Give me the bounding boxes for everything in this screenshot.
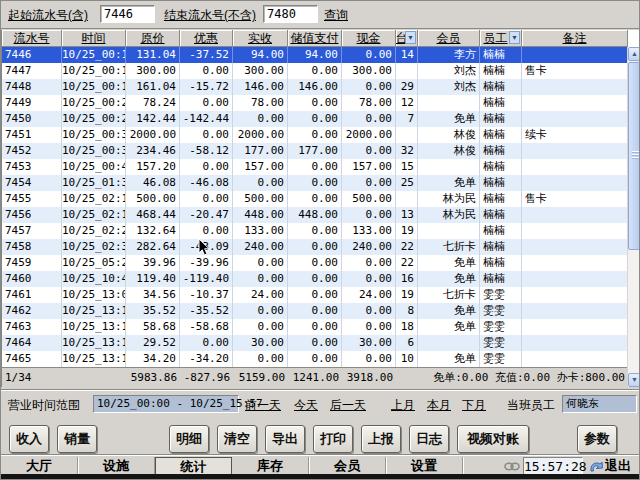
table-row[interactable]: 746310/25_13:1558.68-58.680.000.000.0018… xyxy=(2,319,628,335)
cell xyxy=(396,191,418,207)
action-button-8[interactable]: 日志 xyxy=(409,425,449,453)
cell: -20.47 xyxy=(180,207,233,223)
prev-day-link[interactable]: 前一天 xyxy=(245,397,281,414)
cell: 免单 xyxy=(418,175,480,191)
cell: 29 xyxy=(396,79,418,95)
this-month-link[interactable]: 本月 xyxy=(427,397,451,414)
cell: 16 xyxy=(396,271,418,287)
cell: 免单 xyxy=(418,255,480,271)
cell: 7465 xyxy=(2,351,62,367)
table-row[interactable]: 745610/25_02:15468.44-20.47448.00448.000… xyxy=(2,207,628,223)
column-header-5[interactable]: 实收 xyxy=(233,30,288,47)
cell: 0.00 xyxy=(288,335,342,351)
scrollbar-up-icon[interactable]: ▲ xyxy=(628,47,640,61)
action-button-10[interactable]: 参数 xyxy=(577,425,617,453)
action-button-3[interactable]: 明细 xyxy=(169,425,209,453)
cell: 94.00 xyxy=(233,47,288,63)
column-header-1[interactable]: 流水号 xyxy=(2,30,62,47)
cell: 刘杰 xyxy=(418,79,480,95)
cell: 500.00 xyxy=(233,191,288,207)
cell: 468.44 xyxy=(126,207,180,223)
table-row[interactable]: 744610/25_00:10131.04-37.5294.0094.000.0… xyxy=(2,47,628,63)
cell: 19 xyxy=(396,287,418,303)
column-header-3[interactable]: 原价 xyxy=(126,30,180,47)
cell: 免单 xyxy=(418,271,480,287)
cell xyxy=(522,143,628,159)
cell: -119.40 xyxy=(180,271,233,287)
cell: 0.00 xyxy=(288,255,342,271)
range-bar: 营业时间范围 10/25_00:00 - 10/25_15:57 前一天 今天 … xyxy=(1,393,640,417)
table-row[interactable]: 746510/25_13:1834.20-34.200.000.000.0010… xyxy=(2,351,628,367)
start-serial-label: 起始流水号(含) xyxy=(8,7,88,24)
action-button-2[interactable]: 销量 xyxy=(57,425,97,453)
column-header-7[interactable]: 现金 xyxy=(342,30,396,47)
exit-arrow-icon xyxy=(589,460,604,474)
next-month-link[interactable]: 下月 xyxy=(462,397,486,414)
summary-cash-total: 3918.00 xyxy=(342,368,396,387)
scrollbar-thumb[interactable] xyxy=(628,62,640,250)
table-row[interactable]: 745110/25_00:362000.000.002000.000.00200… xyxy=(2,127,628,143)
cell: 7456 xyxy=(2,207,62,223)
column-filter-dropdown-icon[interactable]: ▼ xyxy=(509,31,520,44)
table-row[interactable]: 744810/25_00:14161.04-15.72146.00146.000… xyxy=(2,79,628,95)
table-row[interactable]: 745010/25_00:27142.44-142.440.000.000.00… xyxy=(2,111,628,127)
cell xyxy=(418,95,480,111)
table-row[interactable]: 746410/25_13:1629.520.0030.000.0030.006雯… xyxy=(2,335,628,351)
action-button-9[interactable]: 视频对账 xyxy=(457,425,529,453)
cell: 131.04 xyxy=(126,47,180,63)
cell: 300.00 xyxy=(342,63,396,79)
action-button-5[interactable]: 导出 xyxy=(265,425,305,453)
today-link[interactable]: 今天 xyxy=(294,397,318,414)
column-header-9[interactable]: 会员 xyxy=(418,30,480,47)
table-row[interactable]: 744910/25_00:2678.240.0078.000.0078.0012… xyxy=(2,95,628,111)
cell: 0.00 xyxy=(233,255,288,271)
column-header-10[interactable]: 员工▼ xyxy=(480,30,522,47)
end-serial-input[interactable] xyxy=(263,5,318,23)
action-button-7[interactable]: 上报 xyxy=(361,425,401,453)
query-button[interactable]: 查询 xyxy=(324,7,348,24)
action-button-1[interactable]: 收入 xyxy=(9,425,49,453)
table-row[interactable]: 746010/25_10:41119.40-119.400.000.000.00… xyxy=(2,271,628,287)
cell: 楠楠 xyxy=(480,143,522,159)
cell: 楠楠 xyxy=(480,111,522,127)
cell: 7461 xyxy=(2,287,62,303)
cell: 楠楠 xyxy=(480,175,522,191)
column-header-11[interactable]: 备注 xyxy=(522,30,628,47)
table-row[interactable]: 745910/25_05:2539.96-39.960.000.000.0022… xyxy=(2,255,628,271)
table-row[interactable]: 745510/25_02:14500.000.00500.000.00500.0… xyxy=(2,191,628,207)
column-header-label: 流水号 xyxy=(14,30,50,47)
column-filter-dropdown-icon[interactable]: ▼ xyxy=(405,31,416,44)
range-value-field[interactable]: 10/25_00:00 - 10/25_15:57 xyxy=(93,395,239,413)
action-button-6[interactable]: 打印 xyxy=(313,425,353,453)
transactions-table: 流水号时间原价优惠实收储值支付现金台▼会员员工▼备注 744610/25_00:… xyxy=(1,30,640,387)
cell: 7451 xyxy=(2,127,62,143)
cell: 楠楠 xyxy=(480,223,522,239)
column-header-8[interactable]: 台▼ xyxy=(396,30,418,47)
table-row[interactable]: 746210/25_13:1435.52-35.520.000.000.008免… xyxy=(2,303,628,319)
cell: 78.24 xyxy=(126,95,180,111)
staff-field[interactable]: 何晓东 xyxy=(562,395,637,413)
action-button-4[interactable]: 清空 xyxy=(217,425,257,453)
cell: 13 xyxy=(396,207,418,223)
table-row[interactable]: 745210/25_00:37234.46-58.12177.00177.000… xyxy=(2,143,628,159)
column-header-6[interactable]: 储值支付 xyxy=(288,30,342,47)
cell: 楠楠 xyxy=(480,127,522,143)
cell: 售卡 xyxy=(522,63,628,79)
table-row[interactable]: 745310/25_00:42157.200.00157.000.00157.0… xyxy=(2,159,628,175)
next-day-link[interactable]: 后一天 xyxy=(330,397,366,414)
prev-month-link[interactable]: 上月 xyxy=(391,397,415,414)
cell: 0.00 xyxy=(180,95,233,111)
cell: 楠楠 xyxy=(480,159,522,175)
vertical-scrollbar[interactable]: ▲ ▼ xyxy=(627,47,640,387)
table-row[interactable]: 744710/25_00:14300.000.00300.000.00300.0… xyxy=(2,63,628,79)
column-header-4[interactable]: 优惠 xyxy=(180,30,233,47)
table-row[interactable]: 745710/25_02:21132.640.00133.000.00133.0… xyxy=(2,223,628,239)
column-header-2[interactable]: 时间 xyxy=(62,30,126,47)
cell: 10/25_13:15 xyxy=(62,319,126,335)
table-row[interactable]: 745410/25_01:3346.08-46.080.000.000.0025… xyxy=(2,175,628,191)
table-row[interactable]: 745810/25_02:31282.64-43.09240.000.00240… xyxy=(2,239,628,255)
table-row[interactable]: 746110/25_13:0534.56-10.3724.000.0024.00… xyxy=(2,287,628,303)
start-serial-input[interactable] xyxy=(100,5,155,23)
scrollbar-down-icon[interactable]: ▼ xyxy=(628,373,640,387)
cell: 0.00 xyxy=(233,319,288,335)
